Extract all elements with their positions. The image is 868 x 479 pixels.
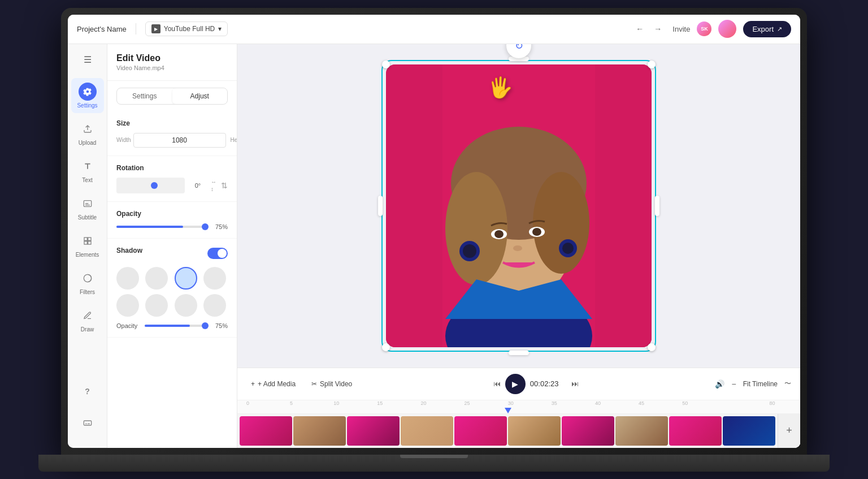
sidebar-item-settings[interactable]: Settings [71, 78, 104, 113]
flip-h-icon[interactable]: ↔ [211, 179, 216, 185]
rotation-lock-icon[interactable]: ⇅ [221, 181, 228, 190]
sidebar-item-draw[interactable]: Draw [71, 302, 104, 337]
fit-timeline-label[interactable]: Fit Timeline [743, 380, 778, 388]
sidebar-item-help[interactable]: ? [71, 378, 104, 405]
sidebar-item-filters[interactable]: Filters [71, 265, 104, 300]
time-display: 00:02:23 [530, 379, 567, 388]
add-media-label: + Add Media [258, 380, 296, 388]
handle-bottom-left[interactable] [382, 343, 390, 351]
ruler-mark-50: 50 [682, 400, 688, 406]
waveform-icon: 〜 [784, 379, 791, 389]
format-selector[interactable]: ▶ YouTube Full HD ▾ [145, 21, 228, 36]
format-label: YouTube Full HD [164, 25, 215, 33]
redo-button[interactable]: → [650, 21, 666, 37]
shadow-circle-6[interactable] [145, 294, 168, 317]
timeline-strip[interactable]: + [237, 414, 800, 448]
volume-icon[interactable]: 🔊 [715, 379, 724, 389]
tab-switcher: Settings Adjust [116, 88, 228, 105]
ruler-mark-35: 35 [552, 400, 557, 406]
invite-label[interactable]: Invite [672, 25, 690, 33]
filters-label: Filters [80, 289, 95, 295]
play-button[interactable]: ▶ [505, 374, 526, 394]
laptop-base [38, 455, 830, 472]
shadow-opacity-value: 75% [211, 322, 228, 329]
skip-forward-button[interactable]: ⏭ [571, 379, 579, 388]
tab-adjust[interactable]: Adjust [172, 88, 228, 104]
project-name[interactable]: Project's Name [77, 25, 127, 33]
sidebar-item-elements[interactable]: Elements [71, 227, 104, 262]
export-icon: ↗ [777, 25, 782, 33]
settings-icon [79, 83, 97, 101]
rotation-slider[interactable] [116, 178, 185, 193]
user-photo [718, 20, 736, 38]
svg-point-15 [494, 230, 504, 238]
rotation-section: Rotation 0° ↔ ↕ ⇅ [107, 156, 237, 202]
handle-top-left[interactable] [382, 61, 390, 68]
handle-top-right[interactable] [648, 61, 656, 68]
ruler-mark-10: 10 [333, 400, 339, 406]
shadow-circle-2[interactable] [145, 267, 168, 290]
video-image [386, 64, 652, 347]
svg-point-18 [513, 245, 522, 251]
shadow-circle-5[interactable] [116, 294, 139, 317]
svg-point-17 [532, 228, 541, 236]
opacity-slider[interactable] [116, 226, 205, 228]
timeline-area: + + Add Media ✂ Split Video ⏮ ▶ [237, 368, 800, 448]
tab-settings[interactable]: Settings [117, 88, 172, 104]
timeline-controls: + + Add Media ✂ Split Video ⏮ ▶ [237, 368, 800, 400]
shadow-circle-8[interactable] [203, 294, 226, 317]
rotation-value: 0° [189, 182, 206, 189]
shadow-circle-1[interactable] [116, 267, 139, 290]
panel-header: Edit Video Video Name.mp4 [107, 44, 237, 81]
add-media-button[interactable]: + + Add Media [246, 378, 300, 390]
settings-label: Settings [77, 102, 97, 109]
shadow-opacity-slider[interactable] [145, 325, 205, 327]
shadow-circle-3[interactable] [175, 267, 197, 290]
help-icon: ? [79, 382, 97, 400]
svg-point-13 [533, 172, 589, 274]
ruler-marks: 0 5 10 15 20 25 30 35 40 45 50 [246, 400, 791, 413]
sidebar-item-upload[interactable]: Upload [71, 115, 104, 150]
sidebar-item-captions[interactable] [71, 409, 104, 437]
flip-v-icon[interactable]: ↕ [211, 186, 216, 192]
handle-bottom-center[interactable] [509, 351, 529, 355]
thumb-6 [508, 416, 561, 446]
menu-icon[interactable]: ☰ [77, 50, 98, 70]
handle-middle-left[interactable] [378, 196, 383, 216]
shadow-toggle[interactable] [207, 248, 228, 259]
sidebar-item-text[interactable]: Text [71, 153, 104, 188]
timeline-add-button[interactable]: + [778, 414, 800, 448]
svg-point-22 [562, 243, 574, 254]
shadow-circle-7[interactable] [175, 294, 197, 317]
avatar: SK [697, 21, 711, 36]
skip-back-button[interactable]: ⏮ [493, 379, 501, 388]
svg-point-12 [445, 172, 507, 285]
main-area: ☰ Settings [68, 44, 800, 448]
handle-bottom-right[interactable] [648, 343, 656, 351]
format-icon: ▶ [151, 24, 160, 33]
draw-icon [79, 307, 97, 325]
thumb-2 [293, 416, 346, 446]
shadow-circle-4[interactable] [203, 267, 226, 290]
shadow-section: Shadow [107, 239, 237, 338]
svg-rect-2 [88, 238, 90, 240]
opacity-thumb [202, 223, 209, 230]
split-video-button[interactable]: ✂ Split Video [307, 378, 357, 390]
undo-button[interactable]: ← [632, 21, 648, 37]
height-label: Height [231, 137, 237, 143]
rotation-icons: ↔ ↕ [211, 179, 216, 192]
subtitle-label: Subtitle [78, 214, 97, 221]
text-icon [79, 157, 97, 175]
export-button[interactable]: Export ↗ [743, 21, 791, 37]
handle-middle-right[interactable] [655, 196, 659, 216]
shadow-title: Shadow [116, 247, 142, 254]
ruler-mark-80: 80 [769, 400, 775, 406]
timeline-right: 🔊 − Fit Timeline 〜 [715, 379, 791, 389]
thumb-4 [401, 416, 453, 446]
sidebar-item-subtitle[interactable]: Subtitle [71, 190, 104, 225]
width-input[interactable] [133, 133, 226, 148]
video-frame[interactable]: ↻ 🖐 [386, 64, 652, 347]
rotate-icon: ↻ [515, 44, 523, 52]
ruler-mark-30: 30 [508, 400, 514, 406]
play-icon: ▶ [512, 379, 518, 389]
